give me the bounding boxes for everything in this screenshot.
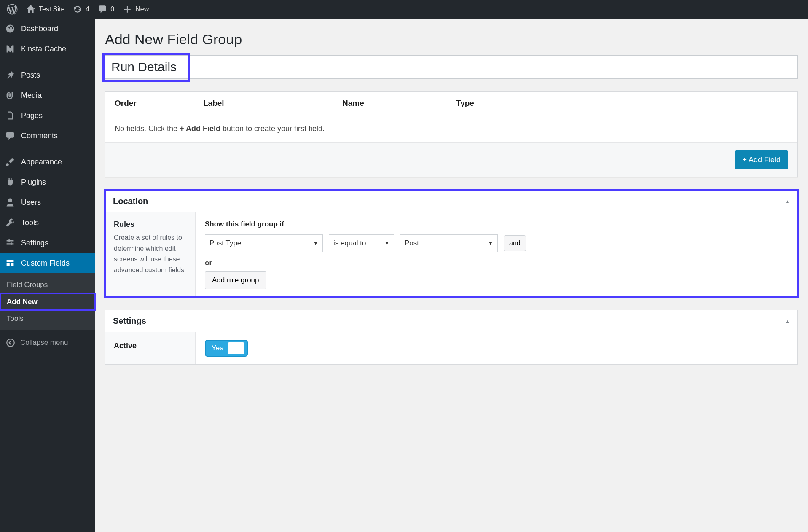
menu-posts[interactable]: Posts [0, 65, 95, 85]
menu-pages[interactable]: Pages [0, 105, 95, 126]
empty-bold: + Add Field [180, 124, 220, 133]
submenu-add-new[interactable]: Add New [0, 293, 95, 310]
updates-link[interactable]: 4 [69, 0, 94, 19]
or-label: or [205, 259, 788, 267]
toggle-settings[interactable]: ▲ [785, 318, 790, 324]
menu-custom-fields[interactable]: Custom Fields [0, 253, 95, 273]
active-toggle[interactable]: Yes [205, 340, 248, 357]
menu-label: Comments [21, 132, 58, 140]
menu-plugins[interactable]: Plugins [0, 172, 95, 192]
submenu-field-groups[interactable]: Field Groups [0, 277, 95, 293]
new-content-link[interactable]: New [118, 0, 153, 19]
plus-icon [123, 5, 132, 14]
submenu-custom-fields: Field Groups Add New Tools [0, 273, 95, 330]
location-rules-sidebar: Rules Create a set of rules to determine… [105, 212, 196, 297]
menu-comments[interactable]: Comments [0, 126, 95, 146]
location-heading: Location [113, 196, 148, 206]
page-icon [5, 110, 15, 121]
add-rule-group-button[interactable]: Add rule group [205, 271, 266, 289]
rule-param-select[interactable]: Post Type▼ [205, 234, 323, 252]
content-area: Add New Field Group Order Label Name Typ… [95, 19, 808, 532]
rule-param-value: Post Type [209, 239, 241, 247]
layout-icon [5, 258, 15, 268]
dashboard-icon [5, 24, 15, 34]
toggle-location[interactable]: ▲ [785, 199, 790, 204]
empty-post: button to create your first field. [220, 124, 325, 133]
fields-postbox: Order Label Name Type No fields. Click t… [105, 91, 798, 177]
active-label: Active [105, 332, 196, 364]
admin-bar: Test Site 4 0 New [0, 0, 808, 19]
menu-label: Media [21, 91, 42, 100]
updates-count: 4 [86, 5, 89, 13]
wrench-icon [5, 218, 15, 228]
collapse-label: Collapse menu [20, 339, 68, 347]
collapse-icon [6, 338, 15, 347]
update-icon [73, 5, 82, 14]
admin-sidebar: Dashboard Kinsta Cache Posts Media Pages… [0, 19, 95, 532]
submenu-tools[interactable]: Tools [0, 310, 95, 327]
new-label: New [135, 5, 149, 13]
and-rule-button[interactable]: and [504, 235, 526, 251]
settings-heading: Settings [113, 316, 146, 326]
wp-logo[interactable] [3, 0, 22, 19]
collapse-menu[interactable]: Collapse menu [0, 330, 95, 355]
home-icon [26, 5, 35, 14]
rules-title: Rules [114, 220, 187, 229]
col-type: Type [456, 99, 788, 108]
comments-link[interactable]: 0 [94, 0, 118, 19]
add-field-button[interactable]: + Add Field [735, 150, 788, 169]
menu-label: Plugins [21, 178, 46, 187]
toggle-knob [228, 342, 244, 354]
rule-operator-value: is equal to [333, 239, 366, 247]
menu-label: Kinsta Cache [21, 45, 66, 54]
active-toggle-label: Yes [212, 344, 223, 352]
menu-label: Appearance [21, 158, 62, 167]
user-icon [5, 197, 15, 207]
empty-fields-msg: No fields. Click the + Add Field button … [105, 115, 797, 143]
wordpress-icon [7, 4, 18, 15]
menu-kinsta-cache[interactable]: Kinsta Cache [0, 39, 95, 59]
menu-label: Settings [21, 239, 48, 247]
menu-label: Tools [21, 218, 39, 227]
menu-dashboard[interactable]: Dashboard [0, 19, 95, 39]
comment-icon [5, 131, 15, 141]
col-name: Name [342, 99, 456, 108]
settings-postbox: Settings ▲ Active Yes [105, 310, 798, 365]
sliders-icon [5, 238, 15, 248]
rules-desc: Create a set of rules to determine which… [114, 232, 187, 275]
pin-icon [5, 70, 15, 80]
menu-appearance[interactable]: Appearance [0, 152, 95, 172]
rule-value-value: Post [405, 239, 419, 247]
svg-point-0 [7, 339, 14, 347]
menu-label: Users [21, 198, 41, 207]
menu-label: Dashboard [21, 24, 58, 33]
group-title-input[interactable] [105, 55, 798, 79]
kinsta-icon [5, 44, 15, 54]
col-order: Order [115, 99, 203, 108]
chevron-down-icon: ▼ [313, 240, 318, 246]
menu-label: Custom Fields [21, 259, 70, 268]
comments-count: 0 [110, 5, 114, 13]
fields-table-header: Order Label Name Type [105, 92, 797, 115]
menu-tools[interactable]: Tools [0, 212, 95, 233]
col-label: Label [203, 99, 342, 108]
comment-icon [98, 5, 107, 14]
group-title-wrap [105, 55, 798, 79]
site-name: Test Site [39, 5, 64, 13]
chevron-down-icon: ▼ [488, 240, 493, 246]
rule-row: Post Type▼ is equal to▼ Post▼ and [205, 234, 788, 252]
media-icon [5, 90, 15, 100]
menu-label: Pages [21, 111, 43, 120]
plug-icon [5, 177, 15, 187]
menu-settings[interactable]: Settings [0, 233, 95, 253]
menu-label: Posts [21, 71, 40, 80]
menu-media[interactable]: Media [0, 85, 95, 105]
page-title: Add New Field Group [105, 31, 798, 48]
rule-value-select[interactable]: Post▼ [400, 234, 498, 252]
chevron-down-icon: ▼ [384, 240, 389, 246]
rule-operator-select[interactable]: is equal to▼ [329, 234, 394, 252]
show-if-label: Show this field group if [205, 220, 788, 228]
location-postbox: Location ▲ Rules Create a set of rules t… [105, 190, 798, 297]
menu-users[interactable]: Users [0, 192, 95, 212]
site-link[interactable]: Test Site [22, 0, 69, 19]
